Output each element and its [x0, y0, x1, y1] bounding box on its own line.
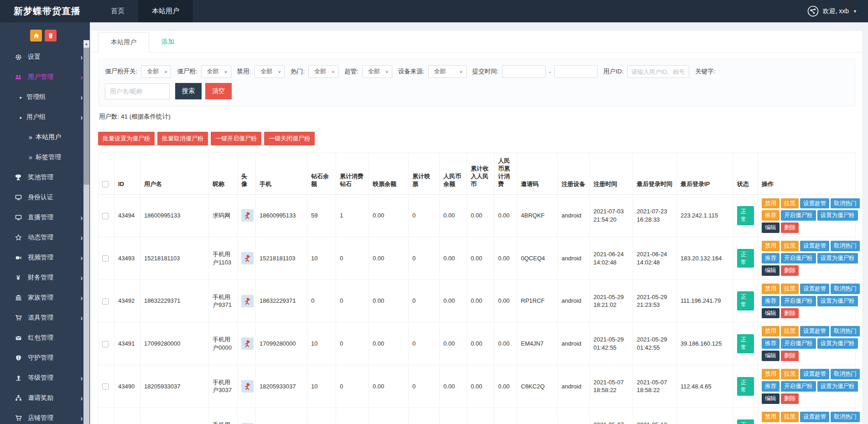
batch-button-2[interactable]: 一键开启僵尸粉	[211, 132, 261, 145]
action-button[interactable]: 设置为僵尸粉	[817, 210, 858, 221]
zombie-switch-select[interactable]: 全部∨	[141, 65, 171, 78]
action-button[interactable]: 取消热门	[831, 369, 860, 379]
action-button[interactable]: 拉黑	[781, 412, 799, 422]
zombie-select[interactable]: 全部∨	[201, 65, 231, 78]
sidebar-item-family[interactable]: 家族管理›	[0, 288, 90, 308]
action-button[interactable]: 禁用	[762, 369, 780, 379]
sidebar-item-live-management[interactable]: 直播管理›	[0, 207, 90, 228]
sidebar-item-settings[interactable]: 设置›	[0, 47, 90, 67]
action-button[interactable]: 禁用	[762, 326, 780, 336]
clear-button[interactable]: 清空	[205, 83, 232, 99]
action-button[interactable]: 推荐	[762, 338, 780, 349]
submit-time-end-input[interactable]	[554, 65, 598, 78]
network-share-icon[interactable]	[807, 5, 819, 17]
action-button[interactable]: 删除	[781, 308, 799, 319]
action-button[interactable]: 设置超管	[800, 369, 829, 379]
action-button[interactable]: 删除	[781, 351, 799, 361]
action-button[interactable]: 禁用	[762, 284, 780, 294]
action-button[interactable]: 拉黑	[781, 284, 799, 294]
action-button[interactable]: 编辑	[762, 222, 780, 233]
user-id-input[interactable]	[627, 65, 689, 78]
sidebar-scrollbar[interactable]: ▲	[83, 40, 89, 424]
hot-select[interactable]: 全部∨	[308, 65, 338, 78]
sidebar-item-user-group[interactable]: ▸用户组›	[0, 107, 90, 127]
disabled-select[interactable]: 全部∨	[255, 65, 285, 78]
action-button[interactable]: 设置超管	[800, 198, 829, 209]
username-nickname-input[interactable]	[105, 83, 170, 99]
welcome-text[interactable]: 欢迎, xxb	[823, 7, 849, 16]
action-button[interactable]: 编辑	[762, 351, 780, 361]
action-button[interactable]: 设置超管	[800, 412, 829, 422]
action-button[interactable]: 设置超管	[800, 241, 829, 251]
action-button[interactable]: 推荐	[762, 210, 780, 221]
action-button[interactable]: 删除	[781, 393, 799, 404]
top-tab-site-users[interactable]: 本站用户	[138, 0, 193, 22]
sidebar-item-video-management[interactable]: 视频管理›	[0, 248, 90, 268]
row-checkbox[interactable]	[102, 298, 109, 305]
select-all-checkbox[interactable]	[102, 181, 109, 187]
tab-add[interactable]: 添加	[149, 32, 187, 52]
action-button[interactable]: 开启僵尸粉	[781, 381, 816, 392]
action-button[interactable]: 取消热门	[831, 412, 860, 422]
action-button[interactable]: 编辑	[762, 308, 780, 319]
row-checkbox[interactable]	[102, 341, 109, 347]
action-button[interactable]: 推荐	[762, 253, 780, 264]
sidebar-item-shop[interactable]: 店铺管理›	[0, 408, 90, 424]
action-button[interactable]: 禁用	[762, 198, 780, 209]
submit-time-start-input[interactable]	[502, 65, 546, 78]
action-button[interactable]: 设置为僵尸粉	[817, 253, 858, 264]
sidebar-item-props[interactable]: 道具管理›	[0, 308, 90, 328]
sidebar-item-identity-auth[interactable]: 身份认证	[0, 187, 90, 207]
batch-button-3[interactable]: 一键关闭僵尸粉	[264, 132, 315, 145]
home-button[interactable]	[30, 30, 42, 41]
row-checkbox[interactable]	[102, 213, 109, 219]
sidebar-item-invite-reward[interactable]: 邀请奖励›	[0, 388, 90, 408]
action-button[interactable]: 开启僵尸粉	[781, 253, 816, 264]
action-button[interactable]: 禁用	[762, 412, 780, 422]
sidebar-item-prize-pool[interactable]: 奖池管理	[0, 167, 90, 187]
action-button[interactable]: 设置为僵尸粉	[817, 338, 858, 349]
sidebar-item-tag-management[interactable]: »标签管理	[0, 147, 90, 167]
sidebar-item-level[interactable]: 等级管理›	[0, 368, 90, 388]
sidebar-item-guard[interactable]: 守护管理	[0, 348, 90, 368]
sidebar-item-site-users[interactable]: »本站用户	[0, 127, 90, 147]
action-button[interactable]: 删除	[781, 265, 799, 276]
scroll-up-icon[interactable]: ▲	[83, 40, 89, 47]
action-button[interactable]: 开启僵尸粉	[781, 210, 816, 221]
top-tab-home[interactable]: 首页	[97, 0, 138, 22]
sidebar-item-user-management[interactable]: 用户管理›	[0, 67, 90, 87]
action-button[interactable]: 取消热门	[831, 241, 860, 251]
action-button[interactable]: 拉黑	[781, 241, 799, 251]
action-button[interactable]: 设置超管	[800, 284, 829, 294]
action-button[interactable]: 编辑	[762, 393, 780, 404]
action-button[interactable]: 推荐	[762, 381, 780, 392]
action-button[interactable]: 开启僵尸粉	[781, 296, 816, 306]
action-button[interactable]: 设置超管	[800, 326, 829, 336]
row-checkbox[interactable]	[102, 255, 109, 262]
batch-button-1[interactable]: 批量取消僵尸粉	[157, 132, 208, 145]
action-button[interactable]: 推荐	[762, 296, 780, 306]
tab-site-users[interactable]: 本站用户	[98, 32, 149, 52]
action-button[interactable]: 取消热门	[831, 326, 860, 336]
action-button[interactable]: 删除	[781, 222, 799, 233]
device-source-select[interactable]: 全部∨	[428, 65, 467, 78]
action-button[interactable]: 编辑	[762, 265, 780, 276]
action-button[interactable]: 开启僵尸粉	[781, 338, 816, 349]
batch-button-0[interactable]: 批量设置为僵尸粉	[98, 132, 155, 145]
action-button[interactable]: 拉黑	[781, 198, 799, 209]
row-checkbox[interactable]	[102, 383, 109, 390]
action-button[interactable]: 取消热门	[831, 198, 860, 209]
scrollbar-thumb[interactable]	[83, 48, 89, 185]
action-button[interactable]: 拉黑	[781, 369, 799, 379]
search-button[interactable]: 搜索	[175, 83, 202, 99]
sidebar-item-feed-management[interactable]: 动态管理›	[0, 228, 90, 248]
sidebar-item-admin-group[interactable]: ▸管理组›	[0, 87, 90, 107]
action-button[interactable]: 禁用	[762, 241, 780, 251]
action-button[interactable]: 拉黑	[781, 326, 799, 336]
sidebar-item-red-packet[interactable]: 红包管理	[0, 328, 90, 348]
super-admin-select[interactable]: 全部∨	[362, 65, 392, 78]
action-button[interactable]: 设置为僵尸粉	[817, 381, 858, 392]
trash-button[interactable]	[45, 30, 57, 41]
action-button[interactable]: 取消热门	[831, 284, 860, 294]
action-button[interactable]: 设置为僵尸粉	[817, 296, 858, 306]
